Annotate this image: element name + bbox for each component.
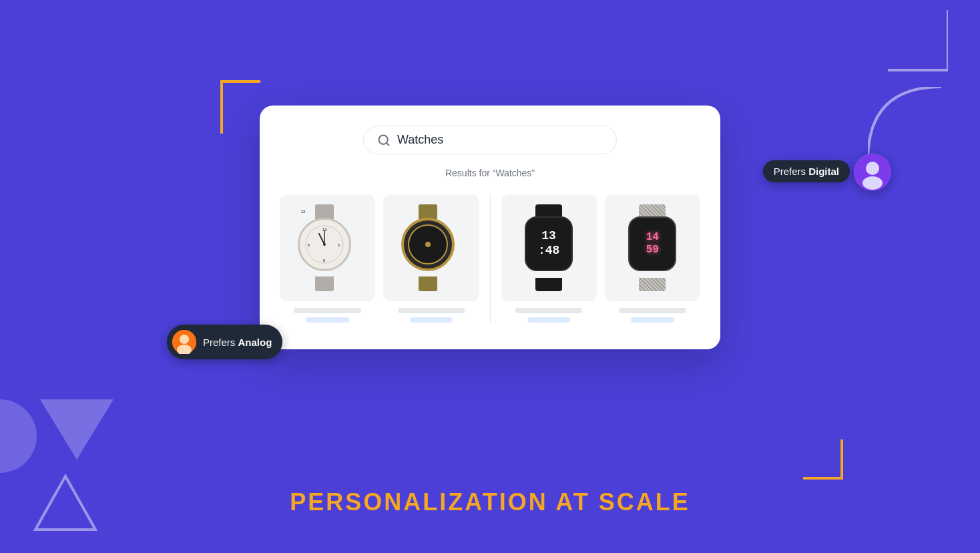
strap-bottom	[315, 276, 334, 291]
woven-case: 1459	[628, 216, 676, 271]
search-icon	[377, 134, 391, 147]
svg-text:3: 3	[338, 243, 340, 247]
inner-ring	[408, 224, 448, 264]
watch-visual-analog-2	[401, 204, 461, 291]
product-image-digital-1: 13:48	[501, 194, 597, 301]
product-price-bar-2	[410, 317, 453, 323]
digital-time-2: 1459	[646, 231, 659, 256]
badge-digital-text: Prefers Digital	[774, 166, 839, 177]
svg-point-15	[866, 162, 879, 175]
product-title-bar	[294, 308, 360, 313]
watch-case-2	[401, 218, 455, 271]
product-price-bar-d1	[527, 317, 570, 323]
badge-analog-text: Prefers Analog	[203, 337, 272, 348]
deco-quarter-circle-tr	[868, 87, 941, 160]
products-container: 12 3 6 9	[280, 194, 700, 323]
svg-point-10	[323, 243, 326, 246]
deco-triangle-down-left	[40, 399, 113, 459]
product-title-bar-d1	[515, 308, 582, 313]
product-title-bar-d2	[619, 308, 686, 313]
svg-marker-0	[35, 476, 95, 530]
digital-case: 13:48	[525, 216, 573, 271]
prefers-analog-badge: Prefers Analog	[167, 325, 282, 359]
svg-text:6: 6	[323, 258, 325, 262]
strap-top	[315, 204, 334, 219]
digital-strap-top	[535, 204, 562, 218]
deco-semicircle-left	[0, 399, 37, 473]
deco-triangle-outline-bl	[32, 473, 99, 533]
avatar-analog-user	[172, 330, 196, 354]
product-card-analog-1[interactable]: 12 3 6 9	[280, 194, 375, 323]
digital-strap-bottom	[535, 278, 562, 291]
search-query-text: Watches	[397, 133, 443, 147]
watch-visual-analog-1: 12 3 6 9	[298, 204, 358, 291]
digital-time-1: 13:48	[538, 229, 559, 258]
product-image-digital-2: 1459	[605, 194, 700, 301]
analog-products-section: 12 3 6 9	[280, 194, 491, 323]
product-card-analog-2[interactable]	[383, 194, 479, 323]
watch-visual-digital-1: 13:48	[522, 204, 575, 291]
svg-point-12	[180, 335, 189, 344]
product-price-bar	[306, 317, 348, 323]
svg-line-2	[387, 142, 389, 145]
prefers-digital-badge: Prefers Digital	[763, 160, 850, 182]
search-bar[interactable]: Watches	[363, 126, 617, 154]
results-label: Results for “Watches”	[280, 168, 700, 178]
product-image-analog-1: 12 3 6 9	[280, 194, 375, 301]
dial-center	[425, 242, 431, 247]
product-title-bar-2	[398, 308, 465, 313]
woven-strap-bottom	[639, 278, 666, 291]
product-card-digital-2[interactable]: 1459	[605, 194, 700, 323]
deco-triangle-outline-tr	[881, 10, 948, 77]
strap-bottom-2	[419, 276, 437, 291]
watch-case: 12 3 6 9	[298, 218, 351, 271]
deco-bracket-bottom-right	[803, 439, 843, 480]
digital-products-section: 13:48 1459	[491, 194, 701, 323]
main-card: Watches Results for “Watches”	[260, 106, 720, 349]
watch-face: 12 3 6 9	[304, 224, 344, 265]
woven-strap-top	[639, 204, 666, 218]
product-price-bar-d2	[631, 317, 674, 323]
watch-visual-digital-2: 1459	[626, 204, 679, 291]
headline-text: PERSONALIZATION AT SCALE	[290, 488, 690, 516]
strap-top-2	[419, 204, 437, 219]
avatar-digital-user	[854, 154, 891, 191]
svg-text:9: 9	[308, 243, 310, 247]
product-image-analog-2	[383, 194, 479, 301]
deco-bracket-top-left	[220, 80, 260, 134]
svg-point-16	[863, 176, 883, 190]
product-card-digital-1[interactable]: 13:48	[501, 194, 597, 323]
